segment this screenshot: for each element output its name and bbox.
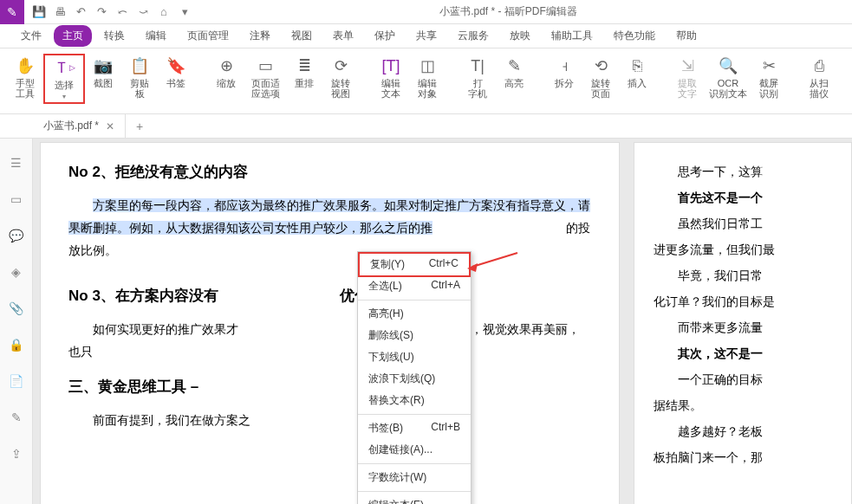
page-icon[interactable]: ▭ [8, 191, 25, 208]
rotate-page-button[interactable]: ⟲旋转 页面 [582, 54, 619, 99]
edit-text-icon: [T] [380, 55, 401, 76]
highlight-button[interactable]: ✎高亮 [496, 54, 532, 88]
quick-access-toolbar: 💾 🖶 ↶ ↷ ⤺ ⤻ ⌂ ▾ [24, 4, 199, 20]
select-icon: Ｔ▷ [54, 57, 75, 78]
menu-共享[interactable]: 共享 [407, 25, 446, 47]
fit-icon: ▭ [255, 55, 276, 76]
select-tool-button[interactable]: Ｔ▷选择▾ [43, 54, 85, 104]
menu-辅助工具[interactable]: 辅助工具 [543, 25, 602, 47]
clipboard-button[interactable]: 📋剪贴 板 [121, 54, 158, 99]
bookmark-icon: 🔖 [166, 55, 186, 76]
close-icon[interactable]: ✕ [106, 120, 114, 132]
menu-页面管理[interactable]: 页面管理 [179, 25, 237, 47]
ctx-wavyline[interactable]: 波浪下划线(Q) [358, 368, 471, 390]
tab-document[interactable]: 小蓝书.pdf * ✕ [33, 114, 126, 139]
zoom-button[interactable]: ⊕缩放 [208, 54, 244, 88]
ctx-bookmark[interactable]: 书签(B)Ctrl+B [358, 417, 471, 439]
ctx-create-link[interactable]: 创建链接(A)... [358, 439, 471, 461]
rotate-view-button[interactable]: ⟳旋转 视图 [322, 54, 359, 99]
paragraph: 前面有提到，我们在做方案之一下，做出 [68, 409, 591, 431]
redo-icon[interactable]: ↷ [94, 4, 109, 20]
menu-主页[interactable]: 主页 [54, 25, 92, 47]
layers-icon[interactable]: ◈ [8, 263, 25, 281]
menu-编辑[interactable]: 编辑 [137, 25, 175, 47]
page-fit-button[interactable]: ▭页面适 应选项 [244, 54, 286, 99]
extract-text-button[interactable]: ⇲提取 文字 [669, 54, 706, 99]
ctx-select-all[interactable]: 全选(L)Ctrl+A [358, 275, 471, 297]
screen-ocr-button[interactable]: ✂截屏 识别 [751, 54, 787, 99]
snapshot-button[interactable]: 📷截图 [85, 54, 121, 88]
insert-icon: ⎘ [627, 55, 647, 76]
reflow-button[interactable]: ≣重排 [286, 54, 322, 88]
next-icon[interactable]: ⤻ [135, 4, 151, 20]
highlight-icon: ✎ [504, 55, 524, 76]
ocr-icon: 🔍 [718, 55, 738, 76]
menu-文件[interactable]: 文件 [12, 25, 50, 47]
ctx-edit-text[interactable]: 编辑文本(E) [358, 494, 471, 504]
app-logo: ✎ [0, 0, 24, 24]
context-menu: 复制(Y)Ctrl+C 全选(L)Ctrl+A 高亮(H) 删除线(S) 下划线… [357, 251, 472, 504]
menu-注释[interactable]: 注释 [241, 25, 279, 47]
hand-tool-button[interactable]: ✋手型 工具 [7, 54, 43, 99]
scan-button[interactable]: ⎙从扫 描仪 [801, 54, 837, 99]
title-bar: ✎ 💾 🖶 ↶ ↷ ⤺ ⤻ ⌂ ▾ 小蓝书.pdf * - 福昕PDF编辑器 [0, 0, 852, 24]
ocr-button[interactable]: 🔍OCR 识别文本 [706, 54, 751, 99]
ctx-strikethrough[interactable]: 删除线(S) [358, 325, 471, 346]
document-tabs: 小蓝书.pdf * ✕ + [0, 114, 852, 139]
home-icon[interactable]: ⌂ [156, 4, 172, 20]
bookmark-icon[interactable]: ☰ [8, 154, 25, 171]
signature-icon[interactable]: ✎ [8, 409, 25, 426]
text-line: 毕竟，我们日常 [654, 262, 851, 288]
clipboard-panel-icon[interactable]: 📄 [8, 372, 25, 390]
text-line: 板拍脑门来一个，那 [654, 444, 851, 470]
menu-表单[interactable]: 表单 [324, 25, 362, 47]
ctx-underline[interactable]: 下划线(U) [358, 346, 471, 368]
typewriter-button[interactable]: T|打 字机 [459, 54, 496, 99]
attachment-icon[interactable]: 📎 [8, 300, 25, 317]
comment-icon[interactable]: 💬 [8, 227, 25, 244]
print-icon[interactable]: 🖶 [52, 4, 68, 20]
text-line: 一个正确的目标 [654, 366, 851, 392]
save-icon[interactable]: 💾 [31, 4, 47, 20]
menu-视图[interactable]: 视图 [283, 25, 321, 47]
hand-icon: ✋ [15, 55, 36, 76]
menu-转换[interactable]: 转换 [95, 25, 133, 47]
reflow-icon: ≣ [294, 55, 315, 76]
ctx-word-count[interactable]: 字数统计(W) [358, 467, 471, 488]
text-line: 其次，这不是一 [654, 340, 851, 366]
undo-icon[interactable]: ↶ [73, 4, 88, 20]
edit-text-button[interactable]: [T]编辑 文本 [373, 54, 409, 99]
typewriter-icon: T| [467, 55, 488, 76]
menu-特色功能[interactable]: 特色功能 [605, 25, 664, 47]
qat-dropdown-icon[interactable]: ▾ [177, 4, 192, 20]
split-icon: ⫞ [554, 55, 575, 76]
paragraph: 如何实现更好的推广效果才果内容不能实施落地，视觉效果再美丽，也只 [68, 318, 591, 363]
ctx-highlight[interactable]: 高亮(H) [358, 303, 471, 325]
share-icon[interactable]: ⇪ [8, 445, 25, 462]
text-line: 据结果。 [654, 392, 851, 418]
security-icon[interactable]: 🔒 [8, 336, 25, 353]
menu-帮助[interactable]: 帮助 [667, 25, 706, 47]
text-line: 虽然我们日常工 [654, 210, 851, 236]
insert-button[interactable]: ⎘插入 [619, 54, 655, 88]
svg-line-0 [472, 253, 517, 267]
camera-icon: 📷 [93, 55, 114, 76]
extract-icon: ⇲ [677, 55, 698, 76]
ctx-copy[interactable]: 复制(Y)Ctrl+C [360, 254, 469, 275]
ctx-replace-text[interactable]: 替换文本(R) [358, 390, 471, 411]
text-line: 化订单？我们的目标是 [654, 288, 851, 314]
menu-bar: 文件主页转换编辑页面管理注释视图表单保护共享云服务放映辅助工具特色功能帮助 [0, 24, 852, 48]
edit-object-button[interactable]: ◫编辑 对象 [409, 54, 446, 99]
menu-放映[interactable]: 放映 [501, 25, 539, 47]
text-line: 而带来更多流量 [654, 314, 851, 340]
prev-icon[interactable]: ⤺ [114, 4, 130, 20]
menu-云服务[interactable]: 云服务 [449, 25, 498, 47]
menu-保护[interactable]: 保护 [366, 25, 404, 47]
bookmark-button[interactable]: 🔖书签 [158, 54, 194, 88]
new-tab-button[interactable]: + [126, 120, 153, 133]
rotate-icon: ⟳ [330, 55, 351, 76]
rotate-page-icon: ⟲ [590, 55, 611, 76]
page-adjacent: 思考一下，这算 首先这不是一个 虽然我们日常工 进更多流量，但我们最 毕竟，我们… [634, 142, 852, 504]
scanner-icon: ⎙ [809, 55, 829, 76]
split-button[interactable]: ⫞拆分 [546, 54, 582, 88]
